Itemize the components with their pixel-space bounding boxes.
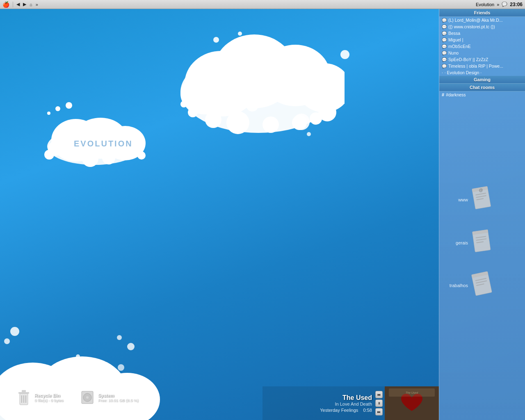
svg-point-5	[180, 73, 230, 114]
svg-point-37	[118, 364, 124, 371]
friend-label-2: Bessa	[448, 31, 460, 36]
friend-label-3: Miguel |	[448, 37, 463, 42]
friend-item-6[interactable]: 💬 SpEeD-BoY || ZzZzZ	[439, 56, 525, 63]
recycle-bin-subtitle: 0 file(s) - 0 bytes	[34, 398, 63, 402]
friend-label-8: · Evolution Design ·	[445, 70, 482, 75]
friend-label-5: Nuno	[448, 50, 459, 55]
cloud-bubble-6	[267, 89, 274, 97]
prev-button[interactable]: ⏮	[375, 391, 383, 398]
bl-bubble-2	[4, 338, 10, 344]
friend-item-1[interactable]: 💬 ({) www.cnistorei.pt.tc (})	[439, 23, 525, 30]
folder-gerais-icon	[470, 228, 493, 257]
friend-item-3[interactable]: 💬 Miguel |	[439, 37, 525, 43]
folder-www[interactable]: www @	[443, 185, 493, 214]
friend-item-0[interactable]: 💬 (L) Lord_Molin@ Aka Mr.D...	[439, 17, 525, 23]
friend-icon-6: 💬	[442, 57, 447, 62]
top-bar: 🍎 ◀ ▶ ⌂ » Evolution » 💬 23:06	[0, 0, 525, 9]
music-info: The Used In Love And Death Yesterday Fee…	[262, 394, 375, 413]
chat-rooms-header: Chat rooms	[439, 84, 525, 91]
app-name: Evolution	[476, 2, 494, 7]
svg-point-13	[262, 116, 279, 133]
svg-point-36	[110, 369, 120, 379]
more-btn[interactable]: »	[36, 2, 38, 7]
folder-gerais-label: gerais	[443, 240, 468, 245]
music-artist: The Used	[262, 394, 372, 402]
svg-point-24	[102, 151, 115, 164]
friend-label-4: mObScEnE	[448, 44, 471, 49]
folder-www-label: www	[443, 197, 468, 202]
chat-room-darkness[interactable]: # #darkness	[439, 91, 525, 98]
music-duration: 0:58	[363, 408, 372, 413]
evo-bubble-2	[55, 106, 60, 111]
bl-bubble-1	[10, 327, 19, 336]
system-drive-labels: System Free: 10.01 GB (8.5 %)	[98, 393, 138, 402]
friends-header: Friends	[439, 9, 525, 17]
gaming-header: Gaming	[439, 76, 525, 84]
svg-rect-40	[22, 390, 26, 392]
folder-trabalhos[interactable]: trabalhos	[441, 271, 494, 300]
friend-item-2[interactable]: 💬 Bessa	[439, 30, 525, 37]
sidebar: Friends 💬 (L) Lord_Molin@ Aka Mr.D... 💬 …	[439, 9, 525, 420]
friend-item-5[interactable]: 💬 Nuno	[439, 50, 525, 56]
apple-menu[interactable]: 🍎	[2, 1, 9, 8]
cloud-bubble-3	[340, 50, 349, 59]
friend-item-4[interactable]: 💬 mObScEnE	[439, 43, 525, 50]
friend-icon-3: 💬	[442, 38, 447, 42]
back-btn[interactable]: ◀	[16, 2, 20, 7]
folder-www-icon: @	[470, 185, 493, 214]
chat-icon: 💬	[502, 2, 507, 7]
topbar-left: 🍎 ◀ ▶ ⌂ »	[2, 1, 38, 8]
chat-room-label: #darkness	[446, 92, 466, 97]
music-controls: ⏮ ⏸ ⏭	[375, 391, 383, 415]
cloud-bubble-7	[307, 132, 311, 136]
friend-icon-1: 💬	[442, 25, 447, 29]
friend-item-8[interactable]: · · Evolution Design ·	[439, 69, 525, 76]
home-btn[interactable]: ⌂	[30, 2, 32, 7]
music-track-name: Yesterday Feelings	[320, 408, 358, 413]
svg-text:@: @	[479, 187, 484, 193]
friend-item-7[interactable]: 💬 Timeless | obla RIP | Powe...	[439, 63, 525, 69]
chat-room-hash-icon: #	[442, 92, 444, 97]
system-drive[interactable]: System Free: 10.01 GB (8.5 %)	[80, 388, 138, 407]
cloud-bubble-5	[246, 99, 258, 112]
clock: 23:06	[510, 2, 523, 7]
folder-gerais[interactable]: gerais	[443, 228, 493, 257]
music-album-art: The Used	[385, 386, 439, 420]
evo-bubble-1	[47, 112, 50, 115]
divider	[13, 2, 13, 7]
svg-point-20	[44, 150, 54, 160]
svg-point-22	[137, 151, 146, 160]
forward-btn[interactable]: ▶	[23, 2, 26, 7]
svg-text:The Used: The Used	[406, 391, 418, 394]
next-button[interactable]: ⏭	[375, 408, 383, 415]
recycle-bin-labels: Recycle Bin 0 file(s) - 0 bytes	[34, 393, 63, 402]
svg-point-12	[205, 112, 221, 128]
topbar-right: Evolution » 💬 23:06	[476, 2, 523, 7]
svg-text:EVOLUTION: EVOLUTION	[74, 139, 133, 148]
bl-bubble-3	[127, 343, 135, 350]
friend-label-0: (L) Lord_Molin@ Aka Mr.D...	[448, 18, 503, 23]
bl-bubble-4	[117, 335, 122, 340]
svg-point-11	[226, 111, 249, 134]
friend-icon-7: 💬	[442, 64, 447, 68]
friend-icon-5: 💬	[442, 51, 447, 55]
friend-icon-4: 💬	[442, 44, 447, 49]
desktop: EVOLUTION	[0, 9, 439, 420]
friend-label-6: SpEeD-BoY || ZzZzZ	[448, 57, 488, 62]
svg-rect-39	[18, 392, 29, 394]
svg-point-46	[86, 396, 89, 399]
cloud-bubble-8	[293, 114, 310, 130]
cloud-bubble-4	[316, 116, 322, 121]
play-pause-button[interactable]: ⏸	[375, 399, 383, 407]
svg-point-35	[90, 373, 107, 389]
recycle-bin-title: Recycle Bin	[34, 393, 63, 398]
recycle-bin[interactable]: Recycle Bin 0 file(s) - 0 bytes	[16, 388, 63, 407]
music-player: The Used In Love And Death Yesterday Fee…	[262, 386, 439, 420]
music-track-info: Yesterday Feelings 0:58	[262, 408, 372, 413]
svg-point-6	[188, 107, 198, 117]
cloud-evolution: EVOLUTION	[43, 114, 146, 167]
system-drive-title: System	[98, 393, 138, 398]
friend-label-7: Timeless | obla RIP | Powe...	[448, 64, 503, 68]
svg-point-23	[82, 151, 98, 167]
evo-bubble-3	[66, 102, 72, 109]
